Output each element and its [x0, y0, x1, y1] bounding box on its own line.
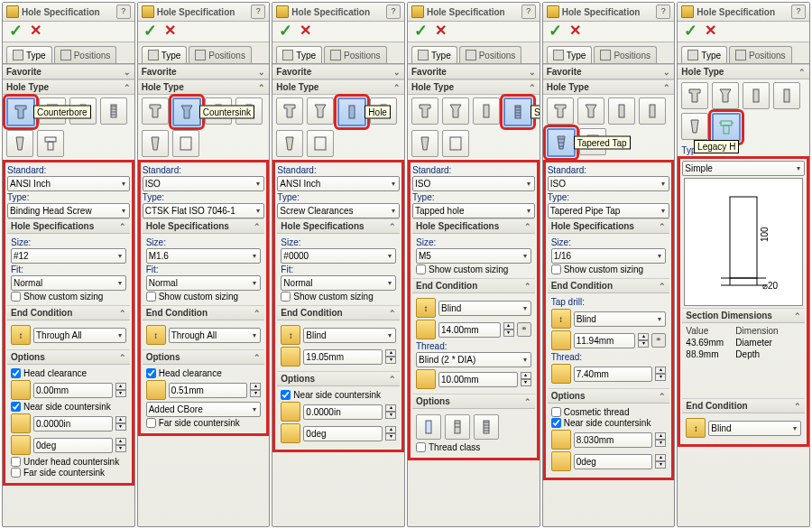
section-end-condition[interactable]: End Condition⌃ — [7, 305, 130, 320]
link-button[interactable]: ⚭ — [651, 333, 666, 348]
tab-positions[interactable]: Positions — [54, 46, 117, 63]
tap-drill-combo[interactable]: Blind▾ — [574, 311, 667, 327]
hole-button[interactable]: Hole — [337, 97, 366, 126]
tapered-tap-button[interactable] — [681, 113, 708, 140]
type-combo[interactable]: Tapped hole▾ — [412, 203, 535, 218]
counterbore-button[interactable] — [547, 97, 574, 125]
close-icon[interactable]: ✕ — [163, 24, 178, 39]
tab-type[interactable]: Type — [681, 46, 727, 63]
near-side-csk-check[interactable] — [11, 402, 21, 412]
countersink-button[interactable] — [712, 82, 739, 109]
tapered-tap-button[interactable] — [276, 130, 303, 157]
section-options[interactable]: Options⌃ — [7, 349, 130, 365]
fit-combo[interactable]: Normal▾ — [281, 275, 396, 291]
check-icon[interactable]: ✓ — [683, 24, 697, 39]
legacy-button[interactable] — [37, 130, 64, 157]
end-condition-combo[interactable]: Blind▾ — [303, 328, 396, 343]
check-icon[interactable]: ✓ — [549, 24, 563, 39]
help-button[interactable]: ? — [251, 5, 265, 19]
straight-tap-button[interactable] — [773, 82, 800, 109]
table-row[interactable]: 88.9mmDepth — [686, 348, 808, 360]
tapered-tap-button[interactable] — [411, 130, 438, 157]
check-icon[interactable]: ✓ — [8, 24, 23, 39]
end-condition-combo[interactable]: Blind▾ — [438, 301, 531, 316]
hole-button[interactable] — [743, 82, 770, 109]
option-thread-display-1[interactable] — [416, 414, 441, 440]
size-combo[interactable]: 1/16▾ — [551, 248, 667, 264]
type-combo[interactable]: Tapered Pipe Tap▾ — [548, 203, 670, 218]
tab-type[interactable]: Type — [411, 46, 457, 63]
counterbore-button[interactable] — [142, 97, 169, 125]
counterbore-button[interactable] — [276, 97, 303, 125]
tapered-tap-button[interactable] — [6, 130, 33, 157]
straight-tap-button[interactable] — [639, 97, 666, 125]
section-hole-specs[interactable]: Hole Specifications⌃ — [7, 218, 130, 234]
standard-combo[interactable]: ANSI Inch▾ — [277, 176, 400, 191]
tab-positions[interactable]: Positions — [594, 46, 657, 63]
standard-combo[interactable]: ISO▾ — [143, 176, 265, 191]
close-icon[interactable]: ✕ — [298, 24, 312, 39]
table-row[interactable]: 43.69mmDiameter — [686, 337, 808, 348]
close-icon[interactable]: ✕ — [703, 24, 717, 39]
help-button[interactable]: ? — [386, 5, 401, 19]
straight-tap-button[interactable]: Straight Tap — [503, 97, 532, 126]
size-combo[interactable]: #0000▾ — [281, 248, 396, 264]
tab-positions[interactable]: Positions — [729, 46, 792, 63]
far-side-csk-check[interactable] — [11, 468, 21, 478]
end-condition-combo[interactable]: Through All▾ — [33, 328, 126, 343]
hole-button[interactable] — [473, 97, 500, 125]
legacy-button[interactable] — [442, 130, 469, 157]
tapered-tap-button[interactable]: Tapered Tap — [547, 128, 576, 157]
countersink-button[interactable] — [577, 97, 604, 125]
check-icon[interactable]: ✓ — [143, 24, 158, 39]
tab-positions[interactable]: Positions — [189, 46, 252, 63]
tab-positions[interactable]: Positions — [324, 46, 387, 63]
counterbore-button[interactable] — [681, 82, 708, 109]
help-button[interactable]: ? — [656, 5, 670, 19]
close-icon[interactable]: ✕ — [28, 24, 42, 39]
countersink-button[interactable]: Countersink — [172, 97, 201, 126]
link-button[interactable]: ⚭ — [517, 322, 531, 337]
help-button[interactable]: ? — [116, 5, 131, 19]
standard-combo[interactable]: ANSI Inch▾ — [7, 176, 130, 191]
end-condition-combo[interactable]: Through All▾ — [169, 328, 262, 343]
counterbore-button[interactable]: Counterbore — [6, 97, 35, 126]
tab-type[interactable]: Type — [276, 46, 322, 63]
counterbore-button[interactable] — [411, 97, 438, 125]
added-cbore-combo[interactable]: Added CBore▾ — [146, 402, 262, 417]
countersink-button[interactable] — [442, 97, 469, 125]
fit-combo[interactable]: Normal▾ — [11, 275, 126, 291]
legacy-button[interactable] — [307, 130, 334, 157]
help-button[interactable]: ? — [521, 5, 536, 19]
standard-combo[interactable]: ISO▾ — [548, 176, 670, 191]
tab-positions[interactable]: Positions — [459, 46, 522, 63]
tab-type[interactable]: Type — [142, 46, 188, 63]
close-icon[interactable]: ✕ — [568, 24, 583, 39]
legacy-button[interactable]: Legacy H — [712, 113, 741, 142]
tab-type[interactable]: Type — [6, 46, 52, 63]
head-clearance-check[interactable] — [11, 368, 21, 378]
tapered-tap-button[interactable] — [142, 130, 169, 157]
section-hole-type[interactable]: Hole Type⌃ — [3, 79, 134, 95]
option-thread-display-2[interactable] — [445, 414, 470, 440]
under-head-csk-check[interactable] — [11, 457, 21, 467]
type-combo[interactable]: Binding Head Screw▾ — [7, 203, 130, 218]
type-combo[interactable]: Simple▾ — [682, 161, 805, 176]
straight-tap-button[interactable] — [100, 97, 127, 125]
option-thread-display-3[interactable] — [474, 414, 499, 440]
hole-button[interactable] — [608, 97, 635, 125]
countersink-button[interactable] — [307, 97, 334, 125]
check-icon[interactable]: ✓ — [413, 24, 428, 39]
thread-combo[interactable]: Blind (2 * DIA)▾ — [416, 352, 531, 367]
fit-combo[interactable]: Normal▾ — [146, 275, 262, 291]
type-combo[interactable]: CTSK Flat ISO 7046-1▾ — [143, 203, 265, 218]
check-icon[interactable]: ✓ — [278, 24, 292, 39]
type-combo[interactable]: Screw Clearances▾ — [277, 203, 400, 218]
size-combo[interactable]: M1.6▾ — [146, 248, 262, 264]
size-combo[interactable]: M5▾ — [416, 248, 531, 264]
standard-combo[interactable]: ISO▾ — [412, 176, 535, 191]
tab-type[interactable]: Type — [547, 46, 593, 63]
help-button[interactable]: ? — [791, 5, 806, 19]
legacy-button[interactable] — [172, 130, 199, 157]
close-icon[interactable]: ✕ — [433, 24, 448, 39]
